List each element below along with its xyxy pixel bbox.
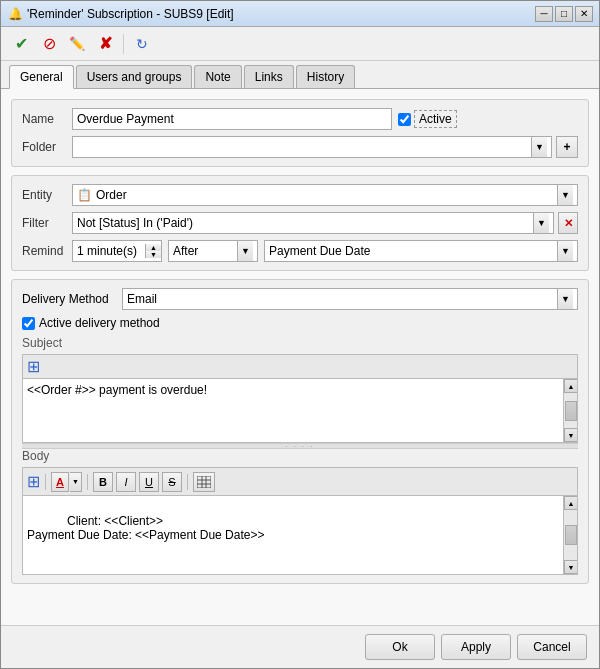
subject-toolbar: ⊞	[22, 354, 578, 378]
filter-clear-button[interactable]: ✕	[558, 212, 578, 234]
footer: Ok Apply Cancel	[1, 625, 599, 668]
tabs-bar: General Users and groups Note Links Hist…	[1, 61, 599, 89]
active-delivery-label: Active delivery method	[39, 316, 160, 330]
filter-dropdown-arrow[interactable]: ▼	[533, 213, 549, 233]
payment-due-date-value: Payment Due Date	[269, 244, 370, 258]
title-bar: 🔔 'Reminder' Subscription - SUBS9 [Edit]…	[1, 1, 599, 27]
body-label: Body	[22, 449, 578, 463]
subject-edit-area[interactable]: <<Order #>> payment is overdue! ▲ ▼	[22, 378, 578, 443]
underline-button[interactable]: U	[139, 472, 159, 492]
body-toolbar: ⊞ A ▼ B I U S	[22, 467, 578, 495]
active-label: Active	[414, 110, 457, 128]
tab-links[interactable]: Links	[244, 65, 294, 88]
body-scrollbar: ▲ ▼	[563, 496, 577, 574]
name-row: Name Active	[22, 108, 578, 130]
subject-insert-icon[interactable]: ⊞	[27, 357, 40, 376]
svg-rect-0	[197, 476, 211, 488]
delete-button[interactable]: ✘	[93, 32, 117, 56]
payment-date-dropdown-arrow[interactable]: ▼	[557, 241, 573, 261]
folder-add-button[interactable]: +	[556, 136, 578, 158]
table-icon	[197, 476, 211, 488]
after-dropdown-arrow[interactable]: ▼	[237, 241, 253, 261]
bold-button[interactable]: B	[93, 472, 113, 492]
active-checkbox[interactable]	[398, 113, 411, 126]
edit-button[interactable]: ✏️	[65, 32, 89, 56]
delete-x-icon: ✘	[99, 34, 112, 53]
cancel-edit-button[interactable]: ⊘	[37, 32, 61, 56]
edit-pencil-icon: ✏️	[69, 36, 85, 51]
folder-row: Folder ▼ +	[22, 136, 578, 158]
entity-dropdown-arrow[interactable]: ▼	[557, 185, 573, 205]
remind-label: Remind	[22, 244, 72, 258]
remind-down-button[interactable]: ▼	[146, 251, 161, 258]
name-folder-section: Name Active Folder ▼ +	[11, 99, 589, 167]
close-button[interactable]: ✕	[575, 6, 593, 22]
after-before-select[interactable]: After ▼	[168, 240, 258, 262]
font-color-icon[interactable]: A	[51, 472, 69, 492]
cancel-button[interactable]: Cancel	[517, 634, 587, 660]
filter-label: Filter	[22, 216, 72, 230]
subject-section: Subject ⊞ <<Order #>> payment is overdue…	[22, 336, 578, 449]
body-toolbar-sep3	[187, 474, 188, 490]
maximize-button[interactable]: □	[555, 6, 573, 22]
ok-button[interactable]: Ok	[365, 634, 435, 660]
tab-note[interactable]: Note	[194, 65, 241, 88]
name-input[interactable]	[72, 108, 392, 130]
cancel-circle-icon: ⊘	[43, 34, 56, 53]
remind-value: 1 minute(s)	[73, 244, 145, 258]
body-scroll-down[interactable]: ▼	[564, 560, 578, 574]
subject-text: <<Order #>> payment is overdue!	[27, 383, 207, 397]
italic-button[interactable]: I	[116, 472, 136, 492]
delivery-method-row: Delivery Method Email ▼	[22, 288, 578, 310]
body-insert-icon[interactable]: ⊞	[27, 472, 40, 491]
subject-scroll-down[interactable]: ▼	[564, 428, 578, 442]
body-scroll-up[interactable]: ▲	[564, 496, 578, 510]
remind-up-button[interactable]: ▲	[146, 244, 161, 251]
tab-general[interactable]: General	[9, 65, 74, 89]
minimize-button[interactable]: ─	[535, 6, 553, 22]
subject-content: <<Order #>> payment is overdue!	[27, 383, 559, 397]
toolbar: ✔ ⊘ ✏️ ✘ ↻	[1, 27, 599, 61]
font-color-button[interactable]: A ▼	[51, 472, 82, 492]
folder-select[interactable]: ▼	[72, 136, 552, 158]
body-section: Body ⊞ A ▼ B I U S	[22, 449, 578, 575]
font-color-arrow[interactable]: ▼	[70, 472, 82, 492]
delivery-method-select[interactable]: Email ▼	[122, 288, 578, 310]
save-button[interactable]: ✔	[9, 32, 33, 56]
body-toolbar-sep1	[45, 474, 46, 490]
body-edit-area[interactable]: Client: <<Client>> Payment Due Date: <<P…	[22, 495, 578, 575]
tab-users-and-groups[interactable]: Users and groups	[76, 65, 193, 88]
subject-scrollbar: ▲ ▼	[563, 379, 577, 442]
remind-value-input[interactable]: 1 minute(s) ▲ ▼	[72, 240, 162, 262]
table-insert-button[interactable]	[193, 472, 215, 492]
main-window: 🔔 'Reminder' Subscription - SUBS9 [Edit]…	[0, 0, 600, 669]
folder-dropdown-arrow[interactable]: ▼	[531, 137, 547, 157]
active-delivery-row: Active delivery method	[22, 316, 578, 330]
delivery-method-value: Email	[127, 292, 157, 306]
body-toolbar-sep2	[87, 474, 88, 490]
after-value: After	[173, 244, 198, 258]
remind-row: Remind 1 minute(s) ▲ ▼ After ▼ Pay	[22, 240, 578, 262]
body-content: Client: <<Client>> Payment Due Date: <<P…	[27, 500, 559, 556]
strikethrough-button[interactable]: S	[162, 472, 182, 492]
delivery-method-label: Delivery Method	[22, 292, 122, 306]
subject-scroll-thumb[interactable]	[565, 401, 577, 421]
body-scroll-thumb[interactable]	[565, 525, 577, 545]
payment-date-select[interactable]: Payment Due Date ▼	[264, 240, 578, 262]
entity-select[interactable]: 📋 Order ▼	[72, 184, 578, 206]
refresh-button[interactable]: ↻	[130, 32, 154, 56]
delivery-method-arrow[interactable]: ▼	[557, 289, 573, 309]
subject-label: Subject	[22, 336, 578, 350]
entity-icon: 📋	[77, 188, 92, 202]
subject-scroll-up[interactable]: ▲	[564, 379, 578, 393]
apply-button[interactable]: Apply	[441, 634, 511, 660]
remind-spinners: ▲ ▼	[145, 244, 161, 258]
filter-select[interactable]: Not [Status] In ('Paid') ▼	[72, 212, 554, 234]
delivery-section: Delivery Method Email ▼ Active delivery …	[11, 279, 589, 584]
content-area: Name Active Folder ▼ +	[1, 89, 599, 625]
active-delivery-checkbox[interactable]	[22, 317, 35, 330]
tab-history[interactable]: History	[296, 65, 355, 88]
folder-label: Folder	[22, 140, 72, 154]
entity-value: Order	[96, 188, 127, 202]
entity-label: Entity	[22, 188, 72, 202]
